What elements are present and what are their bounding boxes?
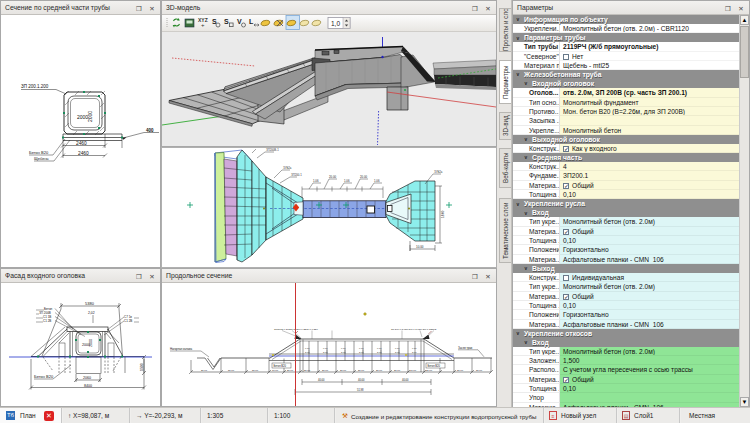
svg-text:30.00: 30.00 [228,369,235,372]
svg-text:Бетон В20: Бетон В20 [34,374,54,379]
svg-text:30.00: 30.00 [252,369,259,372]
svg-text:1.06: 1.06 [344,179,350,183]
svg-text:0.10: 0.10 [323,347,328,349]
svg-text:1.06: 1.06 [313,179,319,183]
svg-text:20.00: 20.00 [322,369,329,372]
svg-text:20.00: 20.00 [340,369,347,372]
svg-text:20.00: 20.00 [287,369,294,372]
svg-text:2000: 2000 [89,339,93,347]
svg-text:1.06: 1.06 [374,179,380,183]
svg-text:L: L [249,18,254,25]
svg-text:ЗП200В-1 ЗУБ2а ЗП200.1 ЗВ20.1: ЗП200В-1 ЗУБ2а ЗП200.1 ЗВ20.1 1.2В0 [274,328,318,331]
svg-text:0.10: 0.10 [412,347,417,349]
svg-text:10.00: 10.00 [272,369,279,372]
svg-text:2.00: 2.00 [305,351,310,353]
svg-text:10.00: 10.00 [410,369,417,372]
svg-text:30.00: 30.00 [457,369,464,372]
svg-text:1,0: 1,0 [331,20,340,27]
svg-text:Засев трав: Засев трав [458,346,473,350]
svg-text:2,02: 2,02 [88,311,95,315]
svg-text:20.00: 20.00 [329,175,336,179]
svg-text:0.10: 0.10 [305,347,310,349]
svg-text:Бетон В20: Бетон В20 [29,150,49,155]
svg-text:2060: 2060 [83,376,91,380]
svg-text:ЗП 200.1.200: ЗП 200.1.200 [21,84,49,89]
svg-text:2460: 2460 [76,141,87,146]
svg-text:2000: 2000 [87,111,93,122]
svg-text:20.00: 20.00 [360,175,367,179]
svg-text:2.00: 2.00 [323,351,328,353]
svg-text:0.10: 0.10 [359,347,364,349]
svg-text:Бетон В20: Бетон В20 [274,364,287,368]
svg-text:ЗП 200.1 2.0ЗП 200.1 2.0ЗП 200: ЗП 200.1 2.0ЗП 200.1 2.0ЗП 200.1 2В20В [391,328,437,331]
svg-text:2.00: 2.00 [341,351,346,353]
svg-text:+: + [201,22,205,28]
svg-text:ЗП200.1: ЗП200.1 [291,173,302,177]
svg-text:5380: 5380 [85,301,95,306]
svg-text:2.00: 2.00 [412,351,417,353]
svg-text:40.00: 40.00 [358,378,365,382]
svg-text:S: S [224,18,229,25]
svg-text:ЗУБ2а: ЗУБ2а [283,166,292,170]
svg-text:400: 400 [146,128,154,133]
svg-text:ЗУБ2а: ЗУБ2а [434,170,443,174]
svg-text:V: V [237,18,242,25]
svg-text:27.07: 27.07 [201,369,208,372]
svg-text:0.10: 0.10 [395,347,400,349]
svg-text:20.00: 20.00 [376,369,383,372]
svg-text:Бетон В20: Бетон В20 [428,364,441,368]
svg-text:2460: 2460 [78,151,89,156]
svg-text:0.10: 0.10 [377,347,382,349]
svg-text:40.00: 40.00 [318,378,325,382]
svg-text:51.98: 51.98 [357,388,364,392]
svg-text:2.00: 2.00 [377,351,382,353]
svg-text:40.00: 40.00 [402,378,409,382]
svg-text:20.00: 20.00 [358,369,365,372]
svg-text:30.00: 30.00 [426,369,433,372]
svg-text:8400: 8400 [84,384,92,388]
svg-text:Нагорная канава: Нагорная канава [170,347,192,351]
svg-text:С1 2В: С1 2В [43,319,51,323]
svg-text:0.10: 0.10 [341,347,346,349]
svg-text:20.00: 20.00 [394,369,401,372]
svg-text:2.00: 2.00 [359,351,364,353]
svg-text:ЗП200В-1: ЗП200В-1 [266,148,279,152]
svg-text:10.00: 10.00 [416,245,424,249]
svg-text:1500: 1500 [140,363,144,371]
svg-text:20.00: 20.00 [304,369,311,372]
svg-text:С1 2В: С1 2В [124,319,132,323]
svg-text:30.00: 30.00 [476,369,483,372]
svg-text:Щебень: Щебень [34,156,49,161]
svg-text:18.00: 18.00 [441,210,445,218]
svg-text:2.00: 2.00 [395,351,400,353]
